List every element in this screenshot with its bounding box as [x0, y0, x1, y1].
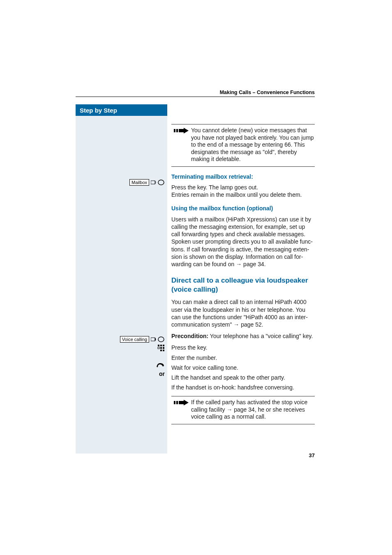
svg-rect-11	[163, 350, 164, 351]
press-key-lamp-line: Press the key. The lamp goes out.	[171, 184, 258, 191]
svg-rect-0	[151, 181, 155, 184]
note-2-text: If the called party has activated the st…	[191, 399, 315, 421]
header-divider	[76, 97, 315, 97]
svg-rect-9	[163, 347, 164, 349]
note-box-2: If the called party has activated the st…	[171, 396, 315, 424]
keypad-icon	[157, 344, 165, 352]
heading-using-mailbox: Using the mailbox function (optional)	[171, 205, 315, 212]
svg-rect-5	[160, 345, 162, 346]
direct-call-link: → page 52.	[233, 321, 263, 328]
precondition-label: Precondition:	[171, 333, 208, 339]
svg-rect-10	[160, 350, 162, 351]
svg-rect-6	[163, 345, 164, 346]
text-lift-handset: Lift the handset and speak to the other …	[171, 374, 315, 381]
note2-link: → page 34	[226, 406, 255, 413]
text-direct-call-intro: You can make a direct call to an interna…	[171, 298, 315, 328]
svg-rect-14	[179, 129, 184, 132]
svg-marker-15	[184, 128, 189, 134]
svg-rect-7	[158, 347, 159, 349]
handset-lift-icon	[156, 362, 165, 368]
svg-rect-13	[176, 129, 178, 132]
text-users-mailbox: Users with a mailbox (HiPath Xpressions)…	[171, 216, 315, 268]
key-row-keypad	[76, 344, 167, 352]
page-header-breadcrumb: Making Calls – Convenience Functions	[76, 90, 315, 95]
text-press-key-lamp: Press the key. The lamp goes out. Entrie…	[171, 184, 315, 198]
svg-rect-18	[179, 401, 184, 404]
note-box-1: You cannot delete (new) voice messages t…	[171, 124, 315, 167]
text-handsfree: If the handset is on-hook: handsfree con…	[171, 384, 315, 391]
users-mailbox-body: Users with a mailbox (HiPath Xpressions)…	[171, 216, 313, 267]
text-press-key: Press the key.	[171, 344, 315, 351]
text-wait-tone: Wait for voice calling tone.	[171, 364, 315, 371]
svg-rect-12	[174, 129, 175, 132]
text-precondition: Precondition: Your telephone has a "voic…	[171, 332, 315, 340]
key-row-voice-calling: Voice calling	[76, 335, 167, 343]
precondition-text: Your telephone has a "voice calling" key…	[208, 333, 313, 339]
svg-rect-4	[158, 345, 159, 346]
key-lamp-icon	[151, 179, 165, 186]
key-row-mailbox: Mailbox	[76, 178, 167, 187]
sidebar-background	[76, 116, 167, 454]
svg-marker-19	[184, 400, 189, 405]
key-label-voice-calling: Voice calling	[120, 336, 149, 343]
key-row-or: or	[76, 370, 167, 378]
svg-rect-16	[174, 401, 175, 404]
key-label-mailbox: Mailbox	[129, 179, 149, 186]
sidebar-title: Step by Step	[76, 104, 167, 117]
note-1-text: You cannot delete (new) voice messages t…	[191, 127, 315, 163]
heading-terminating-mailbox: Terminating mailbox retrieval:	[171, 173, 315, 181]
note-arrow-icon-2	[174, 399, 189, 406]
heading-direct-call: Direct call to a colleague via loudspeak…	[171, 276, 315, 294]
key-lamp-filled-icon	[151, 336, 165, 343]
svg-rect-17	[176, 401, 178, 404]
entries-remain-line: Entries remain in the mailbox until you …	[171, 191, 302, 198]
text-enter-number: Enter the number.	[171, 354, 315, 362]
note-arrow-icon	[174, 127, 189, 134]
page-number: 37	[309, 452, 315, 458]
users-mailbox-link: → page 34.	[236, 261, 265, 267]
svg-point-3	[158, 337, 164, 342]
svg-rect-8	[160, 347, 162, 349]
svg-rect-2	[151, 338, 155, 341]
key-row-handset	[76, 361, 167, 369]
svg-point-1	[158, 180, 164, 185]
or-label: or	[159, 371, 165, 377]
main-content: You cannot delete (new) voice messages t…	[171, 124, 315, 431]
